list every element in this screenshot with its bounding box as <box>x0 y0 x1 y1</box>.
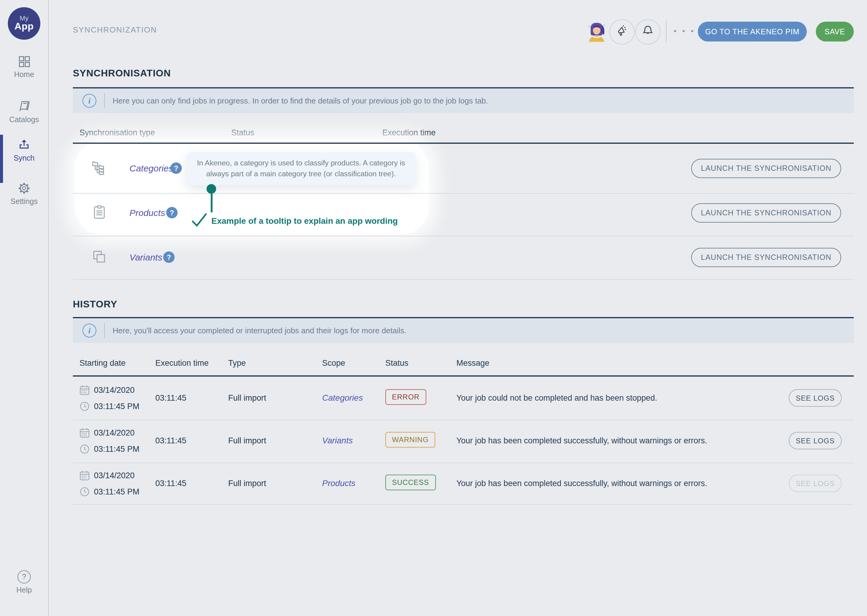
hist-time: 03:11:45 PM <box>94 402 139 411</box>
hist-exec-time: 03:11:45 <box>155 436 186 445</box>
sync-info-text: Here you can only find jobs in progress.… <box>113 96 488 105</box>
hist-type: Full import <box>228 393 266 402</box>
sidebar-item-synch[interactable]: Synch <box>0 138 48 162</box>
sync-section-title: SYNCHRONISATION <box>73 68 171 79</box>
info-glyph: i <box>88 326 90 335</box>
tooltip-annotation: Example of a tooltip to explain an app w… <box>211 216 398 226</box>
hist-type: Full import <box>228 479 266 488</box>
checkmark-icon <box>191 212 208 230</box>
sidebar-item-label: Synch <box>14 154 35 162</box>
sidebar-item-label: Settings <box>11 197 38 206</box>
see-logs-button-disabled: SEE LOGS <box>789 475 842 492</box>
hist-col-status: Status <box>385 358 408 368</box>
sync-row-label: Variants <box>129 252 162 262</box>
hist-time: 03:11:45 PM <box>94 487 139 496</box>
sidebar-item-settings[interactable]: Settings <box>0 182 48 206</box>
sidebar-item-label: Home <box>14 71 34 79</box>
row-divider <box>73 504 854 505</box>
logo-text-bottom: App <box>14 22 34 32</box>
variants-help-badge[interactable]: ? <box>163 251 175 263</box>
sync-table-top-line <box>73 143 854 144</box>
synch-upload-icon <box>0 138 48 152</box>
see-logs-button[interactable]: SEE LOGS <box>789 389 842 407</box>
sync-col-type: Synchronisation type <box>79 128 155 137</box>
hist-col-type: Type <box>228 358 246 368</box>
logo-text-top: My <box>20 15 28 22</box>
hist-message: Your job could not be completed and has … <box>456 393 657 402</box>
sync-info-banner: i Here you can only find jobs in progres… <box>73 88 854 113</box>
go-to-akeneo-pim-button[interactable]: GO TO THE AKENEO PIM <box>698 22 807 41</box>
sidebar-item-label: Help <box>16 586 32 594</box>
hist-scope-link[interactable]: Products <box>322 478 356 488</box>
announcements-button[interactable] <box>609 19 635 44</box>
status-badge: WARNING <box>385 432 435 448</box>
categories-tree-icon <box>91 160 107 178</box>
hist-date: 03/14/2020 <box>94 386 134 394</box>
info-banner-divider <box>104 323 105 338</box>
sidebar-item-home[interactable]: Home <box>0 55 48 79</box>
header-divider <box>666 20 667 43</box>
calendar-icon <box>79 385 90 398</box>
see-logs-button[interactable]: SEE LOGS <box>789 432 842 449</box>
products-clipboard-icon <box>91 204 107 223</box>
categories-help-badge[interactable]: ? <box>170 162 182 174</box>
page-title: SYNCHRONIZATION <box>73 25 157 34</box>
sidebar-item-help[interactable]: ? Help <box>0 570 48 594</box>
user-avatar[interactable] <box>585 19 609 46</box>
question-glyph: ? <box>167 253 171 261</box>
row-divider <box>73 236 854 236</box>
row-divider <box>73 193 854 194</box>
launch-sync-products-button[interactable]: LAUNCH THE SYNCHRONISATION <box>691 203 841 223</box>
clock-icon <box>79 401 90 414</box>
history-section-title: HISTORY <box>73 299 117 310</box>
row-divider <box>73 420 854 421</box>
help-glyph: ? <box>22 572 26 581</box>
sync-col-status: Status <box>231 128 254 137</box>
hist-message: Your job has been completed successfully… <box>456 479 707 488</box>
save-button[interactable]: SAVE <box>816 22 854 41</box>
tooltip-bubble: In Akeneo, a category is used to classif… <box>187 152 415 185</box>
bell-icon <box>641 24 654 40</box>
hist-date: 03/14/2020 <box>94 471 134 480</box>
overflow-menu[interactable]: • • • <box>671 27 698 36</box>
hist-col-execution-time: Execution time <box>155 358 209 368</box>
hist-exec-time: 03:11:45 <box>155 479 186 488</box>
sidebar: My App Home Catalogs <box>0 0 49 616</box>
app-root: My App Home Catalogs <box>0 0 867 616</box>
hist-col-message: Message <box>456 358 490 368</box>
history-info-text: Here, you'll access your completed or in… <box>113 326 407 335</box>
gear-icon <box>0 182 48 195</box>
notifications-button[interactable] <box>635 19 660 44</box>
calendar-icon <box>79 470 90 483</box>
info-banner-divider <box>104 93 105 108</box>
hist-message: Your job has been completed successfully… <box>456 436 707 445</box>
hist-type: Full import <box>228 436 266 445</box>
question-glyph: ? <box>174 165 178 172</box>
row-divider <box>73 463 854 463</box>
info-glyph: i <box>88 96 90 105</box>
info-icon: i <box>82 94 96 108</box>
sync-row-label: Categories <box>129 163 173 173</box>
launch-sync-categories-button[interactable]: LAUNCH THE SYNCHRONISATION <box>691 159 841 178</box>
status-badge: SUCCESS <box>385 475 436 490</box>
sync-col-execution-time: Execution time <box>382 128 436 137</box>
sidebar-item-label: Catalogs <box>9 115 39 124</box>
hist-date: 03/14/2020 <box>94 428 134 437</box>
calendar-icon <box>79 428 90 440</box>
hist-scope-link[interactable]: Categories <box>322 393 363 402</box>
hist-col-starting-date: Starting date <box>79 358 126 368</box>
hist-time: 03:11:45 PM <box>94 445 139 454</box>
hist-exec-time: 03:11:45 <box>155 393 186 402</box>
sidebar-item-catalogs[interactable]: Catalogs <box>0 100 48 124</box>
megaphone-icon <box>615 24 629 40</box>
home-icon <box>0 55 48 68</box>
status-badge: ERROR <box>385 389 426 405</box>
hist-col-scope: Scope <box>322 358 345 368</box>
info-icon: i <box>82 324 96 338</box>
products-help-badge[interactable]: ? <box>166 207 178 218</box>
variants-layers-icon <box>91 249 107 267</box>
launch-sync-variants-button[interactable]: LAUNCH THE SYNCHRONISATION <box>691 248 841 267</box>
question-glyph: ? <box>170 209 174 216</box>
hist-scope-link[interactable]: Variants <box>322 435 353 445</box>
tooltip-pointer-dot <box>207 184 216 194</box>
